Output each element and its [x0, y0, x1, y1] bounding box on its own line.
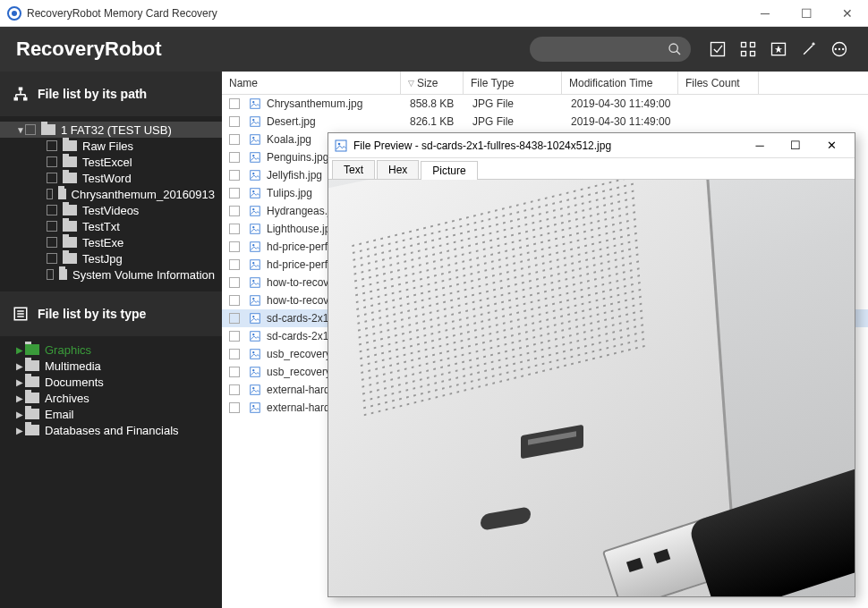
svg-point-52: [252, 316, 254, 317]
tree-folder[interactable]: TestVideos: [0, 202, 222, 218]
type-item[interactable]: ▶Databases and Financials: [0, 422, 222, 438]
svg-rect-39: [251, 207, 260, 216]
col-filescount[interactable]: Files Count: [678, 72, 759, 94]
preview-maximize-button[interactable]: ☐: [778, 133, 813, 158]
svg-point-42: [252, 226, 254, 228]
tab-text[interactable]: Text: [332, 160, 375, 179]
type-item[interactable]: ▶Documents: [0, 374, 222, 390]
file-row[interactable]: Chrysanthemum.jpg858.8 KBJPG File2019-04…: [222, 95, 868, 113]
bookmark-button[interactable]: [766, 37, 791, 62]
svg-rect-61: [251, 403, 260, 413]
file-checkbox[interactable]: [229, 259, 240, 270]
tree-folder-label: TestExcel: [82, 156, 132, 169]
file-row[interactable]: Desert.jpg826.1 KBJPG File2019-04-30 11:…: [222, 113, 868, 131]
preview-window[interactable]: File Preview - sd-cards-2x1-fullres-8438…: [328, 132, 855, 597]
tree-folder[interactable]: Raw Files: [0, 138, 222, 154]
svg-line-1: [677, 51, 680, 55]
maximize-button[interactable]: ☐: [786, 0, 827, 27]
file-size: 826.1 KB: [410, 115, 472, 128]
tab-picture[interactable]: Picture: [421, 161, 477, 180]
svg-rect-27: [251, 99, 260, 109]
col-mtime[interactable]: Modification Time: [562, 72, 678, 94]
type-item[interactable]: ▶Multimedia: [0, 358, 222, 374]
file-mtime: 2019-04-30 11:49:00: [571, 115, 687, 128]
more-menu-button[interactable]: [827, 37, 852, 62]
svg-rect-2: [711, 43, 725, 56]
svg-rect-51: [251, 314, 260, 324]
window-titlebar: RecoveryRobot Memory Card Recovery ─ ☐ ✕: [0, 0, 868, 27]
svg-rect-53: [251, 332, 260, 342]
file-checkbox[interactable]: [229, 98, 240, 109]
file-type: JPG File: [472, 97, 571, 110]
tree-folder[interactable]: TestTxt: [0, 218, 222, 234]
close-button[interactable]: ✕: [827, 0, 868, 27]
svg-rect-45: [251, 260, 260, 270]
svg-point-58: [252, 369, 254, 371]
svg-line-9: [804, 46, 813, 55]
type-item[interactable]: ▶Graphics: [0, 342, 222, 358]
type-item-label: Documents: [45, 376, 104, 389]
svg-point-56: [252, 351, 254, 353]
tree-folder[interactable]: Chrysanthemum_20160913: [0, 186, 222, 202]
file-checkbox[interactable]: [229, 188, 240, 198]
sitemap-icon: [13, 86, 29, 102]
magic-wand-button[interactable]: [796, 37, 821, 62]
check-all-button[interactable]: [705, 37, 730, 62]
col-name[interactable]: Name: [222, 72, 401, 94]
svg-point-32: [252, 137, 254, 139]
preview-close-button[interactable]: ✕: [813, 133, 849, 158]
file-checkbox[interactable]: [229, 224, 240, 234]
file-checkbox[interactable]: [229, 313, 240, 324]
tree-folder[interactable]: TestJpg: [0, 250, 222, 266]
svg-rect-43: [251, 242, 260, 252]
preview-minimize-button[interactable]: ─: [742, 133, 778, 158]
file-checkbox[interactable]: [229, 331, 240, 342]
file-checkbox[interactable]: [229, 295, 240, 306]
file-checkbox[interactable]: [229, 277, 240, 288]
file-checkbox[interactable]: [229, 367, 240, 377]
file-checkbox[interactable]: [229, 384, 240, 395]
app-icon: [7, 6, 21, 21]
file-checkbox[interactable]: [229, 134, 240, 145]
search-icon: [668, 42, 682, 56]
tree-folder[interactable]: TestWord: [0, 170, 222, 186]
svg-rect-31: [251, 135, 260, 145]
type-list: ▶Graphics▶Multimedia▶Documents▶Archives▶…: [0, 336, 222, 443]
image-file-icon: [249, 133, 261, 146]
col-filetype[interactable]: File Type: [464, 72, 562, 94]
svg-marker-8: [775, 46, 782, 53]
tab-hex[interactable]: Hex: [377, 160, 419, 179]
file-checkbox[interactable]: [229, 170, 240, 181]
file-checkbox[interactable]: [229, 349, 240, 359]
preview-titlebar[interactable]: File Preview - sd-cards-2x1-fullres-8438…: [328, 133, 855, 158]
col-size[interactable]: ▽Size: [401, 72, 464, 94]
minimize-button[interactable]: ─: [745, 0, 786, 27]
file-checkbox[interactable]: [229, 152, 240, 163]
tree-folder-label: TestExe: [82, 236, 123, 249]
file-checkbox[interactable]: [229, 116, 240, 127]
tree-folder[interactable]: TestExe: [0, 234, 222, 250]
svg-point-38: [252, 190, 254, 192]
type-item[interactable]: ▶Email: [0, 406, 222, 422]
image-file-icon: [249, 348, 261, 360]
svg-point-0: [669, 44, 677, 52]
svg-point-28: [252, 101, 254, 103]
tree-root[interactable]: ▼ 1 FAT32 (TEST USB): [0, 122, 222, 138]
tree-folder[interactable]: System Volume Information: [0, 266, 222, 283]
type-item-label: Databases and Financials: [45, 424, 179, 437]
tree-folder-label: TestTxt: [82, 220, 120, 233]
image-file-icon: [249, 312, 261, 325]
file-checkbox[interactable]: [229, 241, 240, 252]
svg-rect-17: [14, 97, 19, 101]
file-checkbox[interactable]: [229, 206, 240, 216]
file-checkbox[interactable]: [229, 402, 240, 413]
svg-point-48: [252, 280, 254, 282]
grid-view-button[interactable]: [736, 37, 761, 62]
svg-rect-16: [19, 88, 23, 91]
file-mtime: 2019-04-30 11:49:00: [571, 97, 687, 110]
columns-header: Name ▽Size File Type Modification Time F…: [222, 72, 868, 95]
svg-rect-29: [251, 117, 260, 127]
search-input[interactable]: [530, 37, 691, 62]
tree-folder[interactable]: TestExcel: [0, 154, 222, 170]
type-item[interactable]: ▶Archives: [0, 390, 222, 406]
